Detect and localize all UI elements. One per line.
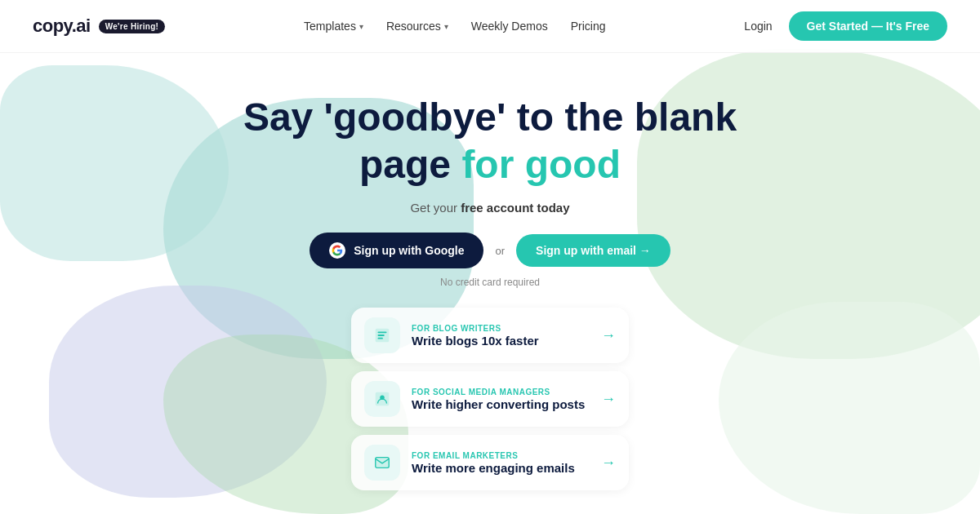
navbar: copy.ai We're Hiring! Templates ▾ Resour… <box>0 0 980 53</box>
feature-card-blog[interactable]: FOR BLOG WRITERS Write blogs 10x faster … <box>351 308 629 363</box>
login-button[interactable]: Login <box>744 20 772 33</box>
navbar-center: Templates ▾ Resources ▾ Weekly Demos Pri… <box>304 20 605 33</box>
svg-rect-2 <box>378 335 385 336</box>
hero-title: Say 'goodbye' to the blank page for good <box>243 94 737 188</box>
blog-icon <box>364 317 400 353</box>
nav-templates[interactable]: Templates ▾ <box>304 20 363 33</box>
chevron-down-icon: ▾ <box>359 22 363 31</box>
email-signup-button[interactable]: Sign up with email → <box>516 234 670 267</box>
cta-row: Sign up with Google or Sign up with emai… <box>310 233 670 268</box>
navbar-right: Login Get Started — It's Free <box>744 11 947 41</box>
chevron-down-icon: ▾ <box>444 22 448 31</box>
or-separator: or <box>495 245 505 257</box>
navbar-left: copy.ai We're Hiring! <box>33 16 165 37</box>
hero-subtitle: Get your free account today <box>410 201 569 215</box>
feature-card-social-text: FOR SOCIAL MEDIA MANAGERS Write higher c… <box>412 388 590 411</box>
svg-rect-1 <box>378 332 387 334</box>
nav-weekly-demos[interactable]: Weekly Demos <box>471 20 548 33</box>
arrow-icon: → <box>601 454 616 472</box>
email-icon <box>364 445 400 481</box>
logo: copy.ai <box>33 16 91 37</box>
hiring-badge[interactable]: We're Hiring! <box>99 20 166 33</box>
get-started-button[interactable]: Get Started — It's Free <box>789 11 947 41</box>
feature-card-email-text: FOR EMAIL MARKETERS Write more engaging … <box>412 451 590 475</box>
nav-resources[interactable]: Resources ▾ <box>386 20 448 33</box>
social-icon <box>364 381 400 417</box>
google-icon <box>329 242 345 259</box>
feature-card-email[interactable]: FOR EMAIL MARKETERS Write more engaging … <box>351 435 629 490</box>
svg-rect-6 <box>376 458 390 468</box>
nav-pricing[interactable]: Pricing <box>571 20 606 33</box>
google-signup-button[interactable]: Sign up with Google <box>310 233 483 268</box>
arrow-icon: → <box>601 327 616 344</box>
main-content: Say 'goodbye' to the blank page for good… <box>0 53 980 490</box>
feature-card-social[interactable]: FOR SOCIAL MEDIA MANAGERS Write higher c… <box>351 371 629 427</box>
arrow-icon: → <box>601 391 616 408</box>
svg-rect-3 <box>378 338 383 339</box>
no-credit-card-text: No credit card required <box>440 277 540 288</box>
feature-cards: FOR BLOG WRITERS Write blogs 10x faster … <box>351 308 629 490</box>
feature-card-blog-text: FOR BLOG WRITERS Write blogs 10x faster <box>412 324 590 348</box>
